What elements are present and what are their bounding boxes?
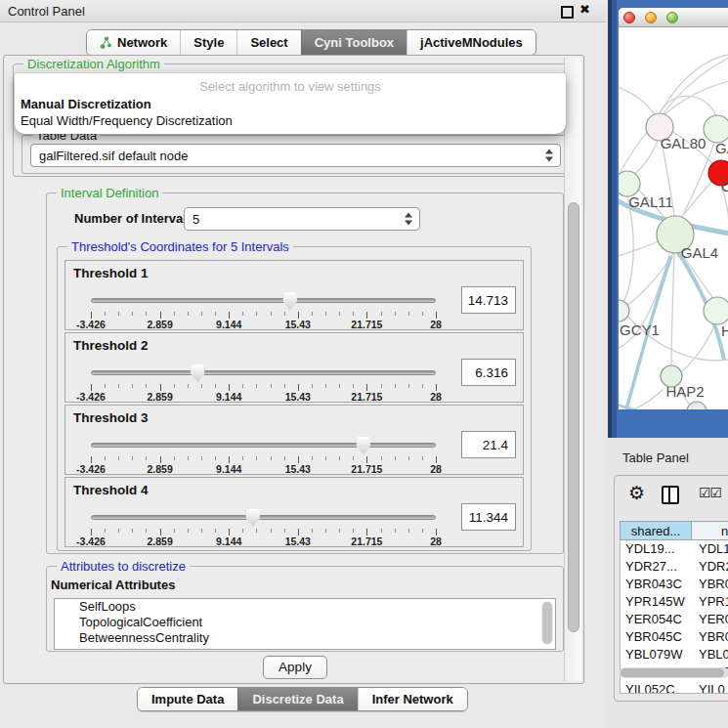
list-item-topologicalcoefficient[interactable]: TopologicalCoefficient (55, 615, 555, 630)
bottom-tab-bar: Impute Data Discretize Data Infer Networ… (137, 687, 468, 711)
column-header-shared-name[interactable]: shared... (620, 521, 692, 540)
slider-thumb[interactable] (282, 292, 297, 310)
threshold-1-label: Threshold 1 (73, 266, 149, 280)
table-row[interactable]: YBR043CYBR0 (621, 576, 728, 593)
attributes-group: Attributes to discretize Numerical Attri… (46, 566, 564, 652)
column-layout-icon[interactable] (662, 486, 679, 504)
table-row[interactable]: YBL079WYBL0 (621, 646, 728, 664)
cell-name[interactable]: YER0 (693, 611, 728, 628)
tab-impute-data[interactable]: Impute Data (138, 688, 237, 710)
table-row[interactable]: YDR27...YDR2 (621, 558, 728, 576)
tab-discretize-data[interactable]: Discretize Data (237, 688, 357, 710)
cell-shared-name[interactable]: YIL052C (621, 681, 693, 694)
cell-name[interactable]: YBL0 (693, 646, 728, 664)
network-edge[interactable] (619, 240, 660, 257)
select-checkboxes-icon[interactable]: ☑☑ (699, 485, 721, 500)
network-edge[interactable] (623, 196, 633, 303)
cell-shared-name[interactable]: YER054C (621, 611, 693, 628)
slider-thumb[interactable] (356, 437, 370, 454)
network-node-label: HAP2 (665, 383, 704, 400)
cell-shared-name[interactable]: YBR043C (621, 576, 693, 593)
table-data-combo-value: galFiltered.sif default node (39, 149, 188, 163)
table-horizontal-scrollbar[interactable] (620, 667, 728, 678)
cell-shared-name[interactable]: YDL19... (621, 540, 693, 558)
top-green-node[interactable] (704, 115, 728, 143)
float-window-icon[interactable] (561, 6, 574, 19)
slider-track[interactable] (91, 298, 436, 303)
slider-track[interactable] (91, 370, 436, 375)
slider-thumb[interactable] (245, 509, 260, 527)
GCY1-node[interactable] (619, 300, 629, 321)
threshold-3-slider[interactable]: -3.426 2.859 9.144 15.43 21.715 28 (91, 437, 436, 472)
algorithm-option-manual[interactable]: Manual Discretization (17, 97, 155, 111)
network-window-titlebar[interactable] (619, 8, 728, 27)
tab-jactivemnodules[interactable]: jActiveMNodules (407, 30, 535, 55)
apply-button[interactable]: Apply (263, 656, 327, 679)
tab-jactivemnodules-label: jActiveMNodules (420, 35, 523, 50)
threshold-2-value-field[interactable]: 6.316 (461, 359, 516, 386)
number-of-intervals-combo[interactable]: 5 (184, 207, 420, 231)
tab-infer-network[interactable]: Infer Network (358, 688, 467, 710)
cell-name[interactable]: YIL0 (693, 681, 728, 694)
network-canvas[interactable]: GAL80GAGAL11CGAL4GCY1HHAP2 (619, 27, 728, 409)
gear-icon[interactable]: ⚙ (628, 482, 645, 503)
attributes-list-scrollbar-thumb[interactable] (542, 602, 552, 644)
network-edge[interactable] (663, 57, 728, 115)
slider-scale-labels: -3.426 2.859 9.144 15.43 21.715 28 (91, 319, 436, 330)
threshold-1-value-field[interactable]: 14.713 (461, 286, 516, 314)
algorithm-option-equal-width[interactable]: Equal Width/Frequency Discretization (17, 113, 236, 128)
tab-network[interactable]: Network (87, 30, 180, 55)
cell-name[interactable]: YDL1 (693, 540, 728, 558)
slider-ticks (91, 312, 437, 319)
zoom-window-icon[interactable] (666, 12, 678, 23)
table-row[interactable]: YDL19...YDL1 (621, 540, 728, 558)
threshold-4-slider[interactable]: -3.426 2.859 9.144 15.43 21.715 28 (91, 509, 436, 544)
algorithm-dropdown-popup: Select algorithm to view settings Manual… (15, 73, 566, 134)
table-row[interactable]: YIL052CYIL0 (621, 681, 728, 694)
table-row[interactable]: YPR145WYPR1 (621, 593, 728, 611)
close-panel-icon[interactable]: ✖ (579, 2, 590, 17)
threshold-4-value-field[interactable]: 11.344 (461, 503, 516, 531)
column-header-name[interactable]: n (692, 521, 728, 540)
bottom-partial-node[interactable] (687, 402, 707, 409)
network-edge[interactable] (630, 141, 658, 176)
threshold-3-value-field[interactable]: 21.4 (461, 431, 516, 458)
scale-label: -3.426 (76, 535, 106, 547)
cell-shared-name[interactable]: YDR27... (621, 558, 693, 576)
network-edge[interactable] (680, 141, 715, 221)
close-window-icon[interactable] (623, 12, 635, 23)
table-data-combo[interactable]: galFiltered.sif default node (30, 144, 561, 167)
slider-track[interactable] (91, 515, 436, 520)
table-horizontal-scrollbar-thumb[interactable] (621, 668, 724, 677)
tab-style-label: Style (193, 35, 224, 50)
cell-shared-name[interactable]: YPR145W (621, 593, 693, 611)
cell-shared-name[interactable]: YBL079W (621, 646, 693, 664)
list-item-betweennesscentrality[interactable]: BetweennessCentrality (55, 630, 555, 646)
cell-name[interactable]: YDR2 (693, 558, 728, 576)
attributes-list-scrollbar[interactable] (541, 601, 553, 645)
scale-label: 21.715 (351, 391, 382, 403)
slider-thumb[interactable] (191, 364, 205, 382)
panel-vertical-scrollbar[interactable] (564, 58, 581, 681)
cell-name[interactable]: YBR0 (693, 628, 728, 646)
tab-cyni-toolbox[interactable]: Cyni Toolbox (301, 30, 407, 55)
scale-label: 21.715 (351, 535, 382, 547)
cell-shared-name[interactable]: YBR045C (621, 628, 693, 646)
tab-select[interactable]: Select (236, 30, 300, 55)
network-edge[interactable] (619, 86, 656, 117)
minimize-window-icon[interactable] (645, 12, 657, 23)
H-node[interactable] (704, 297, 728, 324)
threshold-1-slider[interactable]: -3.426 2.859 9.144 15.43 21.715 28 (91, 292, 436, 327)
tab-style[interactable]: Style (180, 30, 236, 55)
network-node-label: GAL4 (681, 244, 718, 261)
table-row[interactable]: YER054CYER0 (621, 611, 728, 628)
tab-discretize-data-label: Discretize Data (252, 692, 343, 707)
list-item-selfloops[interactable]: SelfLoops (55, 599, 555, 615)
cell-name[interactable]: YBR0 (693, 576, 728, 593)
cell-name[interactable]: YPR1 (693, 593, 728, 611)
table-row[interactable]: YBR045CYBR0 (621, 628, 728, 646)
panel-vertical-scrollbar-thumb[interactable] (568, 202, 579, 632)
slider-track[interactable] (91, 443, 436, 448)
threshold-2-slider[interactable]: -3.426 2.859 9.144 15.43 21.715 28 (91, 364, 436, 400)
network-edge[interactable] (680, 323, 715, 373)
